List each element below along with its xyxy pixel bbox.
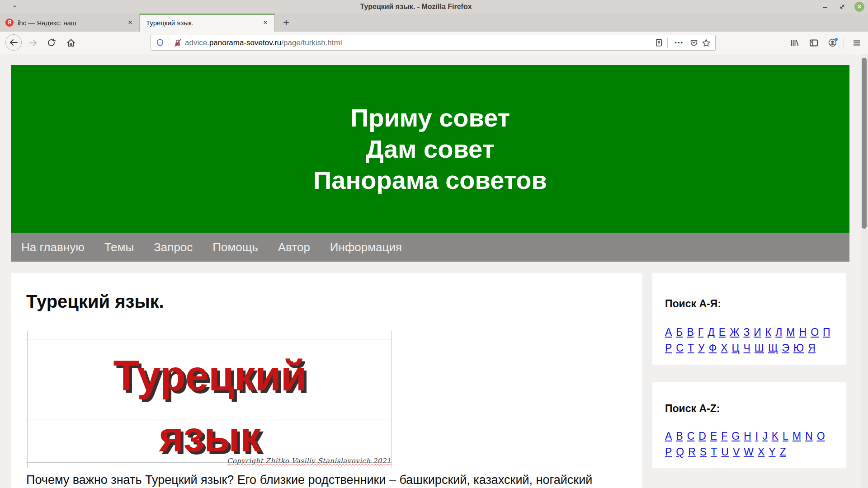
letter-link[interactable]: Х	[721, 342, 727, 354]
nav-item[interactable]: Информация	[330, 240, 402, 254]
letter-link[interactable]: P	[665, 446, 672, 458]
letter-link[interactable]: М	[786, 326, 795, 338]
nav-item[interactable]: Помощь	[212, 240, 258, 254]
restore-button[interactable]	[837, 2, 847, 12]
letter-link[interactable]: Б	[676, 326, 683, 338]
letter-link[interactable]: Щ	[768, 342, 778, 354]
url-bar[interactable]: advice.panorama-sovetov.ru/page/turkish.…	[151, 35, 716, 51]
letter-link[interactable]: H	[744, 430, 751, 442]
letter-link[interactable]: Е	[719, 326, 726, 338]
pocket-icon[interactable]	[689, 38, 698, 47]
sidebar-panel-icon	[809, 38, 819, 48]
letter-link[interactable]: G	[731, 430, 740, 442]
sidebars-button[interactable]	[808, 32, 820, 54]
letter-link[interactable]: Р	[665, 342, 672, 354]
article-paragraph: Почему важно знать Турецкий язык? Его бл…	[26, 473, 627, 488]
letter-link[interactable]: К	[765, 326, 771, 338]
new-tab-button[interactable]: +	[278, 14, 294, 32]
page-actions-icon[interactable]: •••	[675, 39, 684, 46]
reader-view-icon[interactable]	[655, 38, 663, 47]
letter-link[interactable]: J	[762, 430, 768, 442]
menu-button[interactable]	[851, 32, 863, 54]
letter-link[interactable]: I	[755, 430, 758, 442]
letter-link[interactable]: В	[687, 326, 693, 338]
nav-item[interactable]: Запрос	[154, 240, 193, 254]
minimize-button[interactable]: –	[820, 2, 830, 12]
letter-link[interactable]: О	[811, 326, 819, 338]
tab-yandex[interactable]: Я ihc — Яндекс: наш ×	[0, 14, 139, 32]
urlbar-divider	[667, 38, 668, 48]
letter-link[interactable]: Я	[808, 342, 816, 354]
forward-button[interactable]	[28, 32, 38, 54]
account-icon	[827, 37, 839, 48]
letter-link[interactable]: R	[688, 446, 696, 458]
tracking-protection-shield-icon[interactable]	[156, 38, 165, 47]
letter-link[interactable]: Л	[775, 326, 782, 338]
letter-link[interactable]: D	[698, 430, 706, 442]
back-button[interactable]	[5, 34, 22, 51]
letter-link[interactable]: Т	[688, 342, 694, 354]
letter-link[interactable]: Д	[708, 326, 715, 338]
home-icon	[66, 38, 76, 48]
letter-link[interactable]: C	[687, 430, 695, 442]
letter-link[interactable]: П	[823, 326, 830, 338]
letter-link[interactable]: U	[721, 446, 729, 458]
letter-link[interactable]: B	[676, 430, 683, 442]
letter-link[interactable]: M	[793, 430, 801, 442]
banner-line: Приму совет	[350, 102, 510, 133]
letter-link[interactable]: У	[698, 342, 705, 354]
letter-link[interactable]: Ш	[755, 342, 764, 354]
letter-link[interactable]: A	[665, 430, 672, 442]
letter-link[interactable]: K	[772, 430, 778, 442]
letter-link[interactable]: Ч	[744, 342, 750, 354]
titlebar: ⌄ Турецкий язык. - Mozilla Firefox – ✕	[0, 0, 868, 14]
letter-link[interactable]: Г	[698, 326, 703, 338]
letter-row: PQRSTUVWXYZ	[665, 445, 840, 460]
letter-link[interactable]: V	[733, 446, 740, 458]
letter-link[interactable]: E	[710, 430, 717, 442]
letter-link[interactable]: Ж	[730, 326, 739, 338]
close-button[interactable]: ✕	[854, 2, 864, 12]
account-button[interactable]	[826, 32, 839, 54]
letter-link[interactable]: L	[783, 430, 788, 442]
home-button[interactable]	[66, 32, 76, 54]
letter-link[interactable]: F	[721, 430, 727, 442]
browser-window: ⌄ Турецкий язык. - Mozilla Firefox – ✕ Я…	[0, 0, 868, 488]
nav-item[interactable]: На главную	[21, 240, 85, 254]
letter-link[interactable]: А	[665, 326, 672, 338]
scrollbar-thumb[interactable]	[862, 58, 867, 229]
letter-link[interactable]: Ю	[793, 342, 804, 354]
restore-icon	[839, 4, 845, 10]
letter-link[interactable]: O	[817, 430, 825, 442]
letter-link[interactable]: Z	[780, 446, 786, 458]
letter-link[interactable]: И	[754, 326, 761, 338]
library-button[interactable]	[788, 32, 800, 54]
letter-link[interactable]: Ф	[709, 342, 717, 354]
tab-turkish-active[interactable]: Турецкий язык. ×	[139, 14, 275, 32]
reload-button[interactable]	[46, 32, 57, 54]
letter-link[interactable]: T	[711, 446, 717, 458]
tab-close-icon[interactable]: ×	[125, 18, 136, 27]
nav-item[interactable]: Автор	[278, 240, 310, 254]
letter-link[interactable]: З	[743, 326, 750, 338]
letter-link[interactable]: Э	[782, 342, 790, 354]
letter-link[interactable]: Y	[769, 446, 775, 458]
nav-item[interactable]: Темы	[104, 240, 134, 254]
bookmark-star-icon[interactable]	[702, 38, 711, 47]
letter-link[interactable]: X	[758, 446, 764, 458]
letter-link[interactable]: Ц	[732, 342, 740, 354]
library-icon	[789, 38, 799, 48]
letter-link[interactable]: W	[744, 446, 754, 458]
letter-link[interactable]: Н	[799, 326, 807, 338]
window-title: Турецкий язык. - Mozilla Firefox	[360, 0, 472, 14]
letter-link[interactable]: С	[676, 342, 684, 354]
back-arrow-icon	[9, 38, 19, 47]
letter-link[interactable]: Q	[676, 446, 684, 458]
insecure-lock-icon[interactable]	[173, 38, 182, 47]
letter-link[interactable]: N	[805, 430, 813, 442]
letter-link[interactable]: S	[700, 446, 707, 458]
tab-close-icon[interactable]: ×	[260, 18, 271, 27]
chevron-down-icon[interactable]: ⌄	[12, 1, 18, 9]
scrollbar-track[interactable]	[861, 54, 868, 488]
sidebar-card-cyrillic: Поиск А-Я: АБВГДЕЖЗИКЛМНОП РСТУФХЦЧШЩЭЮЯ	[652, 273, 846, 365]
